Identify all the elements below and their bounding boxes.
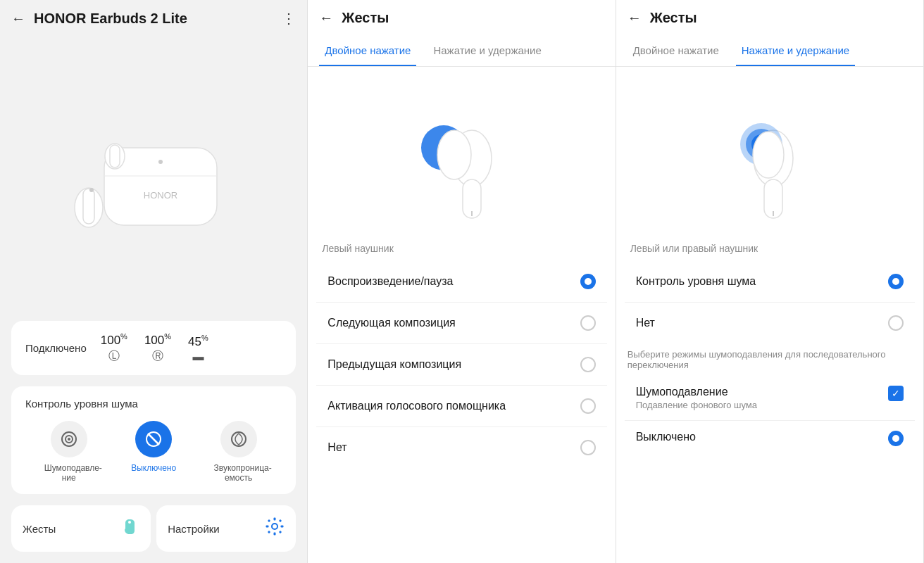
back-button[interactable]: ← bbox=[11, 11, 25, 27]
radio-prev[interactable]: Предыдущая композиция bbox=[316, 344, 606, 386]
play-pause-label: Воспроизведение/пауза bbox=[327, 275, 453, 288]
noise-control-label: Контроль уровня шума bbox=[636, 275, 756, 288]
device-image-area: HONOR bbox=[0, 37, 307, 315]
settings-icon bbox=[265, 517, 285, 540]
gestures-double-header: ← Жесты bbox=[308, 0, 615, 36]
battery-case-icon: ▬ bbox=[192, 350, 204, 363]
noise-control-radio[interactable] bbox=[888, 274, 904, 289]
check-off-content: Выключено bbox=[636, 431, 888, 443]
gestures-card[interactable]: Жесты bbox=[11, 505, 151, 552]
bottom-cards: Жесты Настройки bbox=[11, 505, 296, 552]
svg-line-13 bbox=[148, 434, 159, 445]
check-anc[interactable]: Шумоподавление Подавление фонового шума … bbox=[625, 376, 915, 421]
battery-right-icon: Ⓡ bbox=[152, 349, 163, 364]
device-header: ← HONOR Earbuds 2 Lite ⋮ bbox=[0, 0, 307, 37]
status-card: Подключено 100% Ⓛ 100% Ⓡ 45% bbox=[11, 321, 296, 375]
svg-rect-23 bbox=[268, 531, 270, 533]
tab-hold[interactable]: Нажатие и удержание bbox=[427, 36, 547, 66]
check-list: Шумоподавление Подавление фонового шума … bbox=[625, 376, 915, 456]
check-off-box[interactable] bbox=[888, 431, 904, 446]
gestures-double-back[interactable]: ← bbox=[319, 10, 333, 26]
tab-double-tap[interactable]: Двойное нажатие bbox=[319, 36, 416, 66]
tab-hold-active[interactable]: Нажатие и удержание bbox=[736, 36, 855, 66]
svg-point-29 bbox=[437, 130, 471, 179]
off-icon bbox=[135, 421, 172, 457]
noise-option-anc[interactable]: Шумоподавле-ние bbox=[44, 421, 94, 483]
none-double-label: Нет bbox=[327, 441, 346, 454]
svg-rect-21 bbox=[268, 519, 270, 522]
gestures-hold-title: Жесты bbox=[650, 10, 912, 26]
svg-point-3 bbox=[158, 160, 163, 164]
earbud-double-image bbox=[405, 81, 518, 222]
transparency-icon bbox=[220, 421, 257, 457]
svg-rect-5 bbox=[110, 145, 120, 167]
radio-play-pause[interactable]: Воспроизведение/пауза bbox=[316, 261, 606, 303]
earbud-double-area bbox=[308, 67, 615, 236]
svg-point-15 bbox=[128, 521, 131, 524]
tab-double-tap-hold[interactable]: Двойное нажатие bbox=[628, 36, 725, 66]
battery-left-icon: Ⓛ bbox=[108, 349, 120, 364]
play-pause-radio[interactable] bbox=[580, 274, 596, 289]
device-title: HONOR Earbuds 2 Lite bbox=[34, 11, 282, 27]
voice-label: Активация голосового помощника bbox=[327, 400, 506, 412]
radio-noise-control[interactable]: Контроль уровня шума bbox=[625, 261, 915, 303]
settings-label: Настройки bbox=[168, 523, 220, 535]
gestures-hold-back[interactable]: ← bbox=[628, 10, 642, 26]
svg-rect-20 bbox=[281, 526, 284, 528]
check-anc-content: Шумоподавление Подавление фонового шума bbox=[636, 386, 880, 410]
svg-rect-19 bbox=[266, 526, 269, 528]
svg-rect-17 bbox=[274, 518, 276, 521]
gestures-double-tabs: Двойное нажатие Нажатие и удержание bbox=[308, 36, 615, 67]
gestures-icon bbox=[120, 517, 139, 540]
battery-case-pct: 45% bbox=[188, 334, 208, 349]
radio-list-hold: Контроль уровня шума Нет bbox=[625, 261, 915, 343]
prev-label: Предыдущая композиция bbox=[327, 358, 461, 371]
noise-title: Контроль уровня шума bbox=[25, 398, 282, 410]
check-off[interactable]: Выключено bbox=[625, 421, 915, 456]
svg-point-14 bbox=[232, 432, 246, 446]
radio-none-hold[interactable]: Нет bbox=[625, 303, 915, 343]
check-off-title: Выключено bbox=[636, 431, 888, 443]
gestures-label: Жесты bbox=[23, 523, 56, 535]
earbud-hold-image bbox=[713, 81, 826, 222]
radio-voice[interactable]: Активация голосового помощника bbox=[316, 386, 606, 427]
svg-point-36 bbox=[753, 132, 784, 178]
battery-items: 100% Ⓛ 100% Ⓡ 45% ▬ bbox=[101, 332, 208, 364]
radio-next[interactable]: Следующая композиция bbox=[316, 303, 606, 344]
gestures-double-panel: ← Жесты Двойное нажатие Нажатие и удержа… bbox=[308, 0, 616, 563]
noise-option-transparency[interactable]: Звукопроница-емость bbox=[214, 421, 263, 483]
none-hold-radio[interactable] bbox=[888, 315, 904, 331]
check-anc-box[interactable]: ✓ bbox=[888, 386, 904, 401]
none-double-radio[interactable] bbox=[580, 440, 596, 455]
prev-radio[interactable] bbox=[580, 357, 596, 372]
check-anc-sub: Подавление фонового шума bbox=[636, 400, 880, 410]
status-label: Подключено bbox=[25, 342, 87, 354]
gestures-hold-header: ← Жесты bbox=[616, 0, 923, 36]
svg-rect-7 bbox=[83, 189, 94, 224]
radio-list-double: Воспроизведение/пауза Следующая композиц… bbox=[316, 261, 606, 468]
svg-point-16 bbox=[272, 524, 277, 529]
anc-icon bbox=[51, 421, 87, 457]
next-radio[interactable] bbox=[580, 315, 596, 331]
noise-options: Шумоподавле-ние Выключено bbox=[25, 421, 282, 483]
next-label: Следующая композиция bbox=[327, 317, 455, 329]
svg-point-11 bbox=[68, 438, 70, 441]
noise-option-off[interactable]: Выключено bbox=[131, 421, 176, 483]
off-label: Выключено bbox=[131, 463, 176, 473]
battery-left-pct: 100% bbox=[101, 332, 127, 348]
more-button[interactable]: ⋮ bbox=[282, 10, 296, 27]
battery-left: 100% Ⓛ bbox=[101, 332, 127, 364]
svg-text:HONOR: HONOR bbox=[144, 190, 177, 201]
svg-rect-18 bbox=[274, 533, 276, 536]
none-hold-label: Нет bbox=[636, 317, 655, 329]
earbuds-image: HONOR bbox=[48, 106, 259, 246]
earbud-hold-area bbox=[616, 67, 923, 236]
battery-case: 45% ▬ bbox=[188, 334, 208, 363]
radio-none-double[interactable]: Нет bbox=[316, 427, 606, 468]
device-panel: ← HONOR Earbuds 2 Lite ⋮ HONOR Подключен… bbox=[0, 0, 308, 563]
section-label-hold: Левый или правый наушник bbox=[616, 236, 923, 261]
voice-radio[interactable] bbox=[580, 398, 596, 414]
gestures-double-title: Жесты bbox=[342, 10, 604, 26]
settings-card[interactable]: Настройки bbox=[156, 505, 296, 552]
battery-right: 100% Ⓡ bbox=[144, 332, 171, 364]
